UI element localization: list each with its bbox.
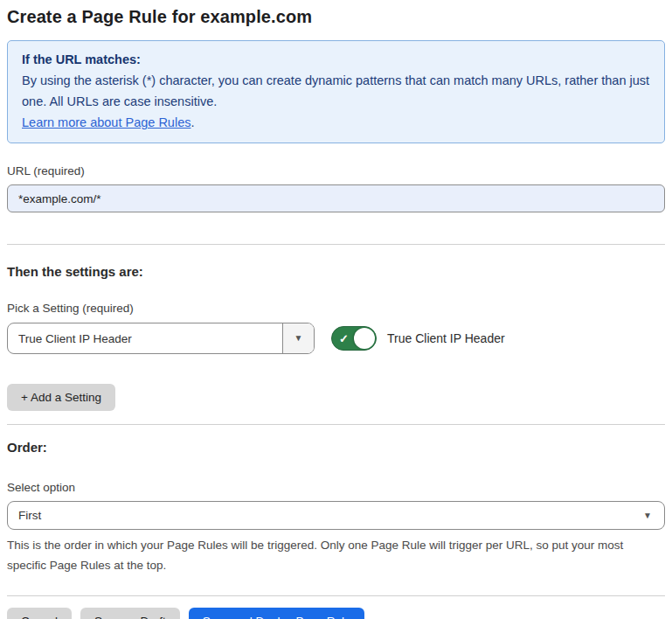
- setting-picker-dropdown[interactable]: True Client IP Header ▼: [7, 323, 315, 354]
- learn-more-link[interactable]: Learn more about Page Rules: [22, 115, 191, 129]
- add-setting-button[interactable]: + Add a Setting: [7, 384, 115, 411]
- toggle-label: True Client IP Header: [387, 331, 505, 345]
- url-input[interactable]: [7, 184, 665, 212]
- page-title: Create a Page Rule for example.com: [7, 7, 665, 27]
- url-match-info-box: If the URL matches: By using the asteris…: [7, 40, 665, 143]
- setting-picker-value: True Client IP Header: [8, 323, 282, 353]
- chevron-down-icon: ▼: [294, 334, 303, 343]
- footer-buttons: Cancel Save as Draft Save and Deploy Pag…: [7, 608, 665, 619]
- info-box-body: By using the asterisk (*) character, you…: [22, 70, 650, 112]
- setting-row: True Client IP Header ▼ ✓ True Client IP…: [7, 323, 665, 354]
- toggle-knob: [354, 328, 375, 349]
- save-and-deploy-button[interactable]: Save and Deploy Page Rule: [189, 608, 365, 619]
- section-divider-3: [7, 595, 665, 596]
- order-select[interactable]: First ▼: [7, 501, 665, 530]
- section-divider-1: [7, 244, 665, 245]
- info-box-heading: If the URL matches:: [22, 49, 650, 70]
- url-field-label: URL (required): [7, 164, 665, 177]
- link-period: .: [191, 115, 194, 129]
- check-icon: ✓: [339, 333, 349, 344]
- order-section-heading: Order:: [7, 440, 665, 455]
- chevron-down-icon: ▼: [643, 511, 652, 520]
- section-divider-2: [7, 424, 665, 425]
- order-select-label: Select option: [7, 481, 665, 494]
- setting-picker-label: Pick a Setting (required): [7, 302, 665, 315]
- save-as-draft-button[interactable]: Save as Draft: [80, 608, 180, 619]
- setting-picker-arrow-box[interactable]: ▼: [282, 323, 314, 353]
- page-rule-form: Create a Page Rule for example.com If th…: [0, 0, 672, 619]
- true-client-ip-toggle[interactable]: ✓: [331, 326, 377, 351]
- cancel-button[interactable]: Cancel: [7, 608, 72, 619]
- settings-section-heading: Then the settings are:: [7, 264, 665, 279]
- info-box-link-line: Learn more about Page Rules.: [22, 112, 650, 133]
- order-select-value: First: [18, 509, 643, 522]
- order-help-text: This is the order in which your Page Rul…: [7, 535, 654, 575]
